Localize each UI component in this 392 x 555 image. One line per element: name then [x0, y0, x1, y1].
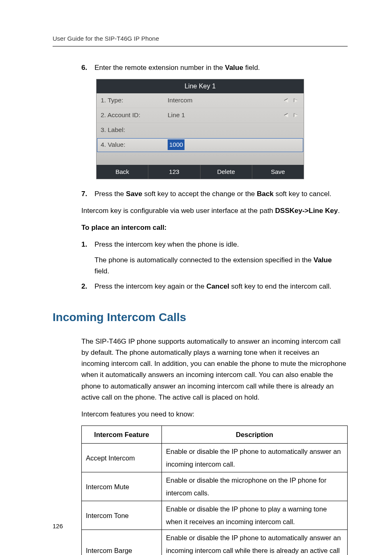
section-para-2: Intercom features you need to know:: [53, 409, 348, 420]
text: Press the: [95, 190, 126, 198]
phone-row-value: 4. Value: 1000: [97, 138, 304, 153]
text: soft key to end the intercom call.: [229, 282, 332, 290]
feature-table: Intercom Feature Description Accept Inte…: [81, 426, 348, 555]
table-row: Intercom Barge Enable or disable the IP …: [82, 530, 348, 555]
table-row: Intercom Tone Enable or disable the IP p…: [82, 501, 348, 530]
phone-spacer: [97, 153, 304, 165]
text: soft key to cancel.: [274, 190, 332, 198]
field-label: 2. Account ID:: [101, 110, 164, 120]
arrow-left-icon: ◀: [282, 97, 290, 104]
text: Press the intercom key again or the: [95, 282, 206, 290]
phone-row-label: 3. Label:: [97, 123, 304, 138]
text: .: [338, 207, 340, 215]
bold-text: DSSKey->Line Key: [275, 207, 338, 215]
place-call-heading: To place an intercom call:: [53, 222, 348, 233]
page: User Guide for the SIP-T46G IP Phone 6. …: [0, 0, 392, 555]
phone-title-bar: Line Key 1: [97, 79, 304, 93]
feature-desc: Enable or disable the IP phone to automa…: [162, 444, 348, 472]
arrow-group: ◀ ▶: [282, 97, 300, 104]
step-7: 7. Press the Save soft key to accept the…: [53, 188, 348, 199]
softkey-123: 123: [148, 165, 200, 179]
phone-row-account: 2. Account ID: Line 1 ◀ ▶: [97, 108, 304, 123]
step-text: Press the Save soft key to accept the ch…: [95, 188, 348, 199]
field-value: Line 1: [164, 110, 282, 120]
page-number: 126: [53, 521, 63, 531]
table-row: Intercom Mute Enable or disable the micr…: [82, 472, 348, 501]
feature-name: Intercom Barge: [82, 530, 162, 555]
feature-name: Accept Intercom: [82, 444, 162, 472]
bold-text: Cancel: [206, 282, 229, 290]
field-label: 1. Type:: [101, 95, 164, 106]
table-row: Accept Intercom Enable or disable the IP…: [82, 444, 348, 472]
field-value-wrap: 1000: [164, 139, 300, 150]
bold-text: Value: [225, 64, 243, 72]
step-6: 6. Enter the remote extension number in …: [53, 62, 348, 73]
step-marker: 2.: [81, 281, 95, 292]
bold-text: Back: [257, 190, 274, 198]
step-marker: 6.: [81, 62, 95, 73]
feature-desc: Enable or disable the IP phone to automa…: [162, 530, 348, 555]
table-header: Description: [162, 426, 348, 444]
running-header: User Guide for the SIP-T46G IP Phone: [53, 34, 348, 46]
field-value-selected: 1000: [168, 139, 184, 150]
section-heading: Incoming Intercom Calls: [53, 308, 348, 327]
text: Enter the remote extension number in the: [95, 64, 225, 72]
step-marker: 7.: [81, 188, 95, 199]
text: field.: [243, 64, 260, 72]
table-header: Intercom Feature: [82, 426, 162, 444]
config-note: Intercom key is configurable via web use…: [53, 205, 348, 216]
softkey-bar: Back 123 Delete Save: [97, 165, 304, 179]
feature-desc: Enable or disable the microphone on the …: [162, 472, 348, 501]
feature-desc: Enable or disable the IP phone to play a…: [162, 501, 348, 530]
step-marker: 1.: [81, 239, 95, 250]
feature-name: Intercom Tone: [82, 501, 162, 530]
step-text: Press the intercom key when the phone is…: [95, 239, 348, 250]
softkey-back: Back: [97, 165, 148, 179]
text: field.: [95, 267, 109, 275]
bold-text: Save: [126, 190, 143, 198]
place-step-1-followup: The phone is automatically connected to …: [53, 254, 348, 277]
step-text: Enter the remote extension number in the…: [95, 62, 348, 73]
field-label: 3. Label:: [101, 125, 164, 135]
field-value: Intercom: [164, 95, 282, 106]
phone-screenshot: Line Key 1 1. Type: Intercom ◀ ▶ 2. Acco…: [96, 79, 304, 179]
place-step-2: 2. Press the intercom key again or the C…: [53, 281, 348, 292]
phone-body: 1. Type: Intercom ◀ ▶ 2. Account ID: Lin…: [97, 93, 304, 165]
softkey-save: Save: [252, 165, 304, 179]
section-para-1: The SIP-T46G IP phone supports automatic…: [53, 336, 348, 403]
phone-row-type: 1. Type: Intercom ◀ ▶: [97, 93, 304, 108]
text: soft key to accept the change or the: [142, 190, 257, 198]
arrow-right-icon: ▶: [292, 111, 300, 119]
table-header-row: Intercom Feature Description: [82, 426, 348, 444]
field-label: 4. Value:: [101, 140, 164, 150]
feature-name: Intercom Mute: [82, 472, 162, 501]
text: The phone is automatically connected to …: [95, 256, 314, 264]
arrow-right-icon: ▶: [292, 97, 300, 104]
place-step-1: 1. Press the intercom key when the phone…: [53, 239, 348, 250]
softkey-delete: Delete: [201, 165, 252, 179]
arrow-left-icon: ◀: [282, 111, 290, 119]
text: Intercom key is configurable via web use…: [81, 207, 275, 215]
step-text: Press the intercom key again or the Canc…: [95, 281, 348, 292]
bold-text: Value: [314, 256, 332, 264]
arrow-group: ◀ ▶: [282, 111, 300, 119]
